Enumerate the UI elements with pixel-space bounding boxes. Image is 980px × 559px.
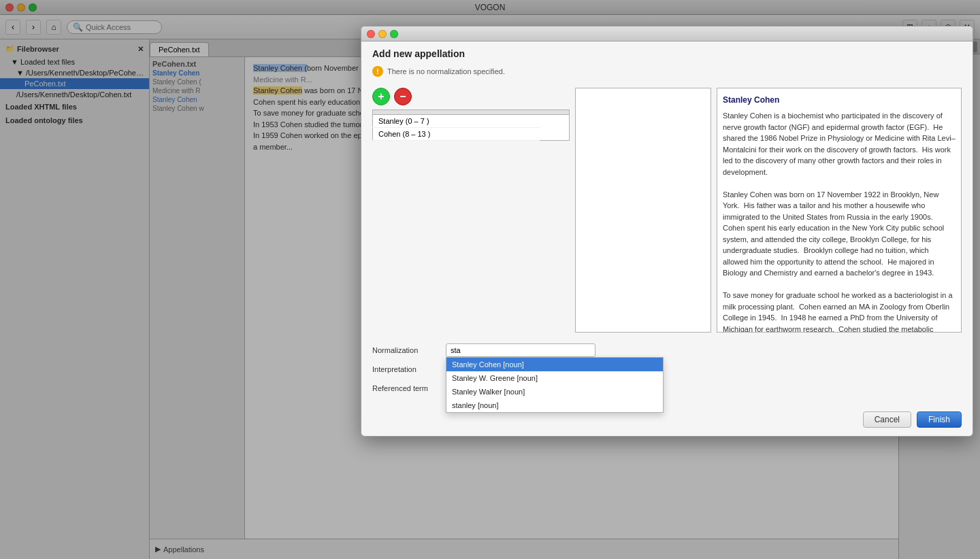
cancel-button[interactable]: Cancel xyxy=(863,411,911,428)
normalization-input[interactable] xyxy=(446,343,595,357)
tokens-table: Stanley (0 – 7 )Cohen (8 – 13 ) xyxy=(372,109,570,141)
dropdown-item[interactable]: Stanley W. Greene [noun] xyxy=(446,371,663,385)
modal-titlebar xyxy=(361,27,973,41)
normalization-label: Normalization xyxy=(372,343,440,354)
normalization-dropdown: Stanley Cohen [noun]Stanley W. Greene [n… xyxy=(446,357,664,413)
position-col-header xyxy=(540,110,570,115)
modal-maximize-button[interactable] xyxy=(390,30,398,38)
token-cell: Cohen (8 – 13 ) xyxy=(373,128,540,141)
interpretation-label: Interpretation xyxy=(372,362,440,373)
modal-form: Normalization Stanley Cohen [noun]Stanle… xyxy=(361,338,973,406)
normalization-row: Normalization Stanley Cohen [noun]Stanle… xyxy=(372,343,962,357)
modal-dialog: Add new appellation ! There is no normal… xyxy=(361,26,973,437)
token-row[interactable]: Stanley (0 – 7 ) xyxy=(373,115,570,128)
middle-panel xyxy=(575,88,711,333)
token-col-header xyxy=(373,110,540,115)
token-cell: Stanley (0 – 7 ) xyxy=(373,115,540,128)
finish-button[interactable]: Finish xyxy=(917,411,962,428)
description-title: Stanley Cohen xyxy=(723,94,956,106)
description-text: Stanley Cohen is a biochemist who partic… xyxy=(723,110,956,333)
remove-token-button[interactable]: − xyxy=(394,88,412,105)
modal-toolbar: + − xyxy=(372,88,570,105)
warning-text: There is no normalization specified. xyxy=(387,67,505,75)
warning-icon: ! xyxy=(372,66,383,77)
dropdown-item[interactable]: stanley [noun] xyxy=(446,399,663,412)
modal-body: + − Stanley (0 – 7 )Cohen (8 – 13 ) xyxy=(361,82,973,338)
add-token-button[interactable]: + xyxy=(372,88,390,105)
dropdown-item[interactable]: Stanley Cohen [noun] xyxy=(446,358,663,371)
modal-close-button[interactable] xyxy=(367,30,375,38)
normalization-input-wrapper: Stanley Cohen [noun]Stanley W. Greene [n… xyxy=(446,343,962,357)
token-row[interactable]: Cohen (8 – 13 ) xyxy=(373,128,570,141)
referenced-term-label: Referenced term xyxy=(372,382,440,392)
modal-minimize-button[interactable] xyxy=(378,30,387,38)
modal-title: Add new appellation xyxy=(361,41,973,63)
modal-overlay: Add new appellation ! There is no normal… xyxy=(0,0,980,559)
dropdown-item[interactable]: Stanley Walker [noun] xyxy=(446,385,663,399)
modal-warning: ! There is no normalization specified. xyxy=(361,63,973,82)
description-panel: Stanley Cohen Stanley Cohen is a biochem… xyxy=(717,88,962,333)
tokens-panel: + − Stanley (0 – 7 )Cohen (8 – 13 ) xyxy=(372,88,570,333)
tokens-tbody: Stanley (0 – 7 )Cohen (8 – 13 ) xyxy=(373,115,570,141)
